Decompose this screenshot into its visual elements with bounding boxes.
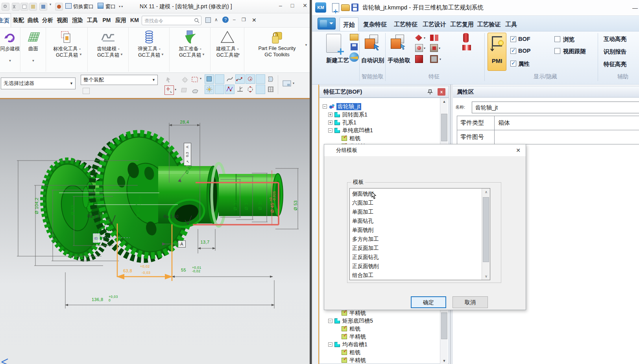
snap-quadrant-icon[interactable] xyxy=(246,85,255,94)
tab-curve[interactable]: 曲线 xyxy=(26,13,40,27)
template-list[interactable]: 侧面铣削 六面加工 单面加工 单面钻孔 单面铣削 多方向加工 正反面加工 正反面… xyxy=(349,188,490,280)
dropdown-icon[interactable]: ▾ xyxy=(293,81,294,85)
dim-38[interactable]: Ø 38 xyxy=(258,198,262,212)
close-panel-icon[interactable]: x xyxy=(438,88,445,96)
tree-row-operation[interactable]: 半精铣 xyxy=(320,309,449,317)
snap-enable-icon[interactable] xyxy=(164,85,174,95)
km-minimize-button[interactable]: — xyxy=(632,5,638,11)
tab-tools[interactable]: 工具 xyxy=(85,13,100,27)
km-tab-process-verify[interactable]: 工艺验证 xyxy=(476,17,501,31)
scroll-up-icon[interactable]: ▲ xyxy=(440,98,448,105)
tab-application[interactable]: 应用 xyxy=(114,13,128,27)
dropdown-icon[interactable]: ▾ xyxy=(440,57,441,61)
nx-minimize-button[interactable]: – xyxy=(275,2,286,9)
dim-55-tol[interactable]: +0,01-0,02 xyxy=(192,266,201,273)
dim-50[interactable]: Ø 50 xyxy=(87,198,91,214)
ribbon-standard-tools-gc[interactable]: 标准化工具 - GC工具箱▼ xyxy=(46,28,88,72)
km-tab-complex-features[interactable]: 复杂特征 xyxy=(360,17,390,31)
scroll-up-icon[interactable]: ∧ xyxy=(482,188,490,196)
dialog-close-icon[interactable]: ✕ xyxy=(514,146,523,155)
pocket-feature-icon[interactable] xyxy=(430,55,438,63)
attr-checkbox-label[interactable]: 属性 xyxy=(518,60,530,68)
list-item[interactable]: 侧面铣削 xyxy=(351,189,476,198)
undo-icon[interactable] xyxy=(2,3,9,11)
cancel-button[interactable]: 取消 xyxy=(452,296,488,308)
snap-point-on-face-icon[interactable] xyxy=(205,85,214,94)
list-item[interactable]: 组合加工 xyxy=(351,271,476,280)
tree-row-feature[interactable]: − 单纯底凹槽1 xyxy=(320,127,449,135)
pmi-toggle-button[interactable]: PMI xyxy=(488,33,506,71)
list-item[interactable]: 单面钻孔 xyxy=(351,216,476,225)
dim-136-8-tol[interactable]: +0,030 xyxy=(109,295,118,302)
dropdown-icon[interactable]: ▼ xyxy=(234,53,244,56)
shell-face-icon[interactable] xyxy=(190,85,200,95)
switch-window-button[interactable]: 切换窗口 xyxy=(73,3,94,10)
list-item[interactable]: 正反面铣削 xyxy=(351,262,476,271)
feature-highlight-button[interactable]: 特征高亮 xyxy=(604,61,639,68)
dialog-panel-icon[interactable] xyxy=(205,17,211,23)
scrollbar-thumb[interactable] xyxy=(441,114,447,141)
tree-row-feature[interactable]: − 均布齿槽1 xyxy=(320,341,449,349)
dropdown-icon[interactable]: ▼ xyxy=(303,43,309,47)
bof-checkbox-label[interactable]: BOF xyxy=(518,36,530,42)
dropdown-icon[interactable]: ▾ xyxy=(424,46,425,50)
expand-icon[interactable]: + xyxy=(328,120,332,125)
selection-filter-combo[interactable]: 无选择过滤器▼ xyxy=(1,78,76,89)
doc-minimize-icon[interactable]: – xyxy=(233,17,236,22)
list-item[interactable]: 正反面加工 xyxy=(351,244,476,253)
dropdown-icon[interactable]: ▼ xyxy=(0,59,20,63)
collapse-icon[interactable]: − xyxy=(328,342,332,347)
plane-feature-icon[interactable] xyxy=(415,35,422,41)
tree-row-feature[interactable]: + 孔系1 xyxy=(320,119,449,127)
dropdown-icon[interactable]: ▾ xyxy=(439,46,440,50)
snap-point-on-curve-icon[interactable] xyxy=(256,85,265,94)
new-process-icon[interactable] xyxy=(326,34,341,53)
save-icon[interactable] xyxy=(351,43,358,50)
tab-home[interactable]: 主页 xyxy=(0,13,11,27)
km-tab-tools[interactable]: 工具 xyxy=(503,17,519,31)
bop-checkbox-label[interactable]: BOP xyxy=(518,48,530,54)
dropdown-icon[interactable]: ▾ xyxy=(175,88,176,91)
surface-finish-left[interactable]: Ra 1.60 xyxy=(87,214,102,218)
km-tab-start[interactable]: 开始 xyxy=(340,17,358,31)
window-display-icon[interactable] xyxy=(282,79,291,89)
dropdown-icon[interactable]: ▼ xyxy=(21,59,46,63)
auto-recognize-button[interactable]: 自动识别 xyxy=(360,57,385,64)
ribbon-modeling-tools-gc[interactable]: 建模工具 - GC工具箱▼ xyxy=(211,28,244,72)
box-feature-icon[interactable] xyxy=(430,44,438,52)
dim-63-8-tol-up[interactable]: +0,02 xyxy=(140,264,150,268)
list-scrollbar[interactable]: ∧ ∨ xyxy=(482,188,490,280)
dialog-titlebar[interactable]: 分组模板 xyxy=(324,144,526,156)
km-app-button[interactable] xyxy=(318,18,336,30)
selection-scope-combo[interactable]: 整个装配▼ xyxy=(81,75,158,85)
datum-a-label[interactable]: A xyxy=(178,240,186,248)
dim-55[interactable]: 55 xyxy=(181,268,186,272)
paste-icon[interactable] xyxy=(29,3,37,11)
tab-km[interactable]: KM xyxy=(128,13,141,27)
dim-63-8-tol-dn[interactable]: -0,03 xyxy=(142,271,151,275)
dropdown-icon[interactable]: ▾ xyxy=(424,36,425,40)
orient-view-icon[interactable] xyxy=(180,85,190,95)
window-menu-dropdown-icon[interactable]: ▾ ▾ xyxy=(119,5,123,8)
dim-33-left[interactable]: Ø 33 xyxy=(70,203,75,217)
attr-checkbox[interactable] xyxy=(510,61,516,67)
auto-recognize-icon[interactable] xyxy=(365,35,380,50)
snap-pole-icon[interactable] xyxy=(225,85,235,94)
km-tab-process-design[interactable]: 工艺设计 xyxy=(421,17,447,31)
snap-spline-icon[interactable] xyxy=(235,74,245,84)
feature-control-frame[interactable]: A 0.3 ↗ xyxy=(184,143,191,166)
snap-sheet-icon[interactable] xyxy=(266,74,275,84)
doc-close-icon[interactable]: ✕ xyxy=(252,17,257,23)
dropdown-icon[interactable]: ▼ xyxy=(74,53,87,56)
slot-feature-icon[interactable] xyxy=(430,35,434,41)
tab-analysis[interactable]: 分析 xyxy=(41,13,55,27)
snap-intersection-icon[interactable] xyxy=(256,74,265,84)
doc-restore-icon[interactable]: ❐ xyxy=(242,17,246,22)
dim-45-selected[interactable]: Ø 45 +0-0,025 xyxy=(269,185,276,219)
ribbon-part-file-security[interactable]: Part File Security GC Toolkits▼ xyxy=(245,28,309,72)
tab-assembly[interactable]: 装配 xyxy=(11,13,26,27)
manual-pick-icon[interactable] xyxy=(391,35,406,50)
open-folder-icon[interactable] xyxy=(341,4,350,11)
tab-view[interactable]: 视图 xyxy=(55,13,70,27)
publish-icon[interactable] xyxy=(349,52,359,62)
